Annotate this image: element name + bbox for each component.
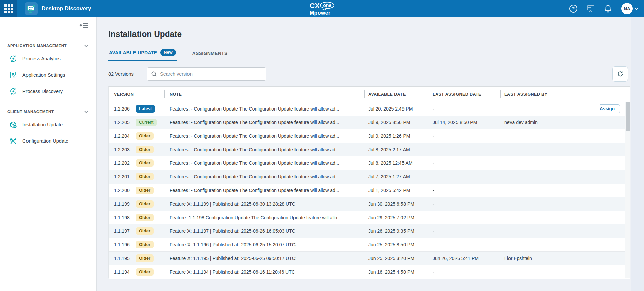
available-date: Jun 30, 2025 6:58 PM (364, 197, 429, 211)
sidebar: APPLICATION MANAGEMENT Process Analytics (0, 17, 97, 291)
configuration-update-icon (9, 137, 17, 145)
version-text: 1.1.197 (114, 228, 133, 234)
search-input[interactable] (160, 71, 262, 77)
version-text: 1.1.195 (114, 256, 133, 261)
version-status-badge: Older (136, 173, 154, 180)
refresh-button[interactable] (612, 66, 628, 82)
presentation-icon[interactable] (586, 4, 595, 13)
table-row[interactable]: 1.2.201 Older Features: - Configuration … (109, 170, 630, 184)
installation-update-icon (9, 121, 17, 129)
sidebar-item-label: Application Settings (22, 72, 65, 78)
sidebar-section-application-management[interactable]: APPLICATION MANAGEMENT (7, 44, 89, 48)
version-text: 1.1.196 (114, 242, 133, 247)
table-row[interactable]: 1.1.198 Older Feature: 1.1.198 Configura… (109, 211, 630, 225)
sidebar-item-installation-update[interactable]: Installation Update (7, 116, 89, 133)
avatar[interactable]: NA (621, 3, 633, 14)
note-text: Feature X: 1.1.194 | Published at: 2025-… (164, 265, 364, 279)
app-switcher-button[interactable] (0, 0, 17, 17)
last-assigned-date: - (429, 197, 500, 211)
table-row[interactable]: 1.2.202 Older Features: - Configuration … (109, 156, 630, 170)
version-status-badge: Older (136, 268, 154, 276)
top-bar: Desktop Discovery CX one Mpower ? (0, 0, 644, 17)
table-row[interactable]: 1.1.195 Older Feature X: 1.1.195 | Publi… (109, 252, 630, 266)
assign-button[interactable]: Assign (600, 104, 620, 113)
user-menu[interactable]: NA (621, 3, 638, 14)
last-assigned-date: - (429, 184, 500, 197)
last-assigned-by (500, 224, 600, 238)
table-row[interactable]: 1.1.196 Older Feature X: 1.1.196 | Publi… (109, 238, 630, 252)
refresh-icon (616, 70, 624, 78)
sidebar-item-application-settings[interactable]: Application Settings (7, 67, 89, 83)
last-assigned-by (500, 156, 600, 170)
version-status-badge: Older (136, 132, 154, 140)
last-assigned-by (500, 170, 600, 184)
last-assigned-date: - (429, 224, 500, 238)
notifications-bell-icon[interactable] (604, 4, 612, 13)
help-icon[interactable]: ? (569, 5, 577, 13)
tab-assignments[interactable]: ASSIGNMENTS (192, 51, 228, 61)
chevron-down-icon (84, 43, 88, 47)
last-assigned-by (500, 102, 600, 116)
table-row[interactable]: 1.2.204 Older Features: - Configuration … (109, 129, 630, 143)
versions-count: 82 Versions (108, 71, 141, 77)
available-date: Jul 20, 2025 2:49 PM (364, 102, 429, 116)
column-header-last-assigned-by: LAST ASSIGNED BY (500, 87, 600, 102)
column-header-actions (600, 87, 630, 102)
logo-one-bubble: one (320, 2, 334, 9)
sidebar-item-configuration-update[interactable]: Configuration Update (7, 133, 89, 149)
last-assigned-by: neva dev admin (500, 116, 600, 129)
note-text: Features: - Configuration Update The Con… (164, 184, 364, 197)
version-text: 1.2.204 (114, 133, 133, 139)
last-assigned-by (500, 197, 600, 211)
last-assigned-date: - (429, 143, 500, 156)
tab-available-update[interactable]: AVAILABLE UPDATE New (108, 49, 177, 61)
search-box[interactable] (147, 67, 266, 81)
sidebar-item-process-analytics[interactable]: Process Analytics (7, 50, 89, 67)
available-date: Jul 9, 2025 8:56 PM (364, 116, 429, 129)
note-text: Features: - Configuration Update The Con… (164, 156, 364, 170)
note-text: Feature X: 1.1.197 | Published at: 2025-… (164, 224, 364, 238)
table-row[interactable]: 1.2.206 Latest Features: - Configuration… (109, 102, 630, 116)
versions-table: VERSION NOTE AVAILABLE DATE LAST ASSIGNE… (108, 86, 630, 278)
table-row[interactable]: 1.2.200 Older Features: - Configuration … (109, 184, 630, 198)
section-label: APPLICATION MANAGEMENT (7, 44, 67, 48)
tab-label: ASSIGNMENTS (192, 51, 228, 56)
app-title: Desktop Discovery (42, 6, 91, 12)
last-assigned-by (500, 143, 600, 156)
sidebar-section-client-management[interactable]: CLIENT MANAGEMENT (7, 110, 89, 114)
page-title: Installation Update (108, 29, 182, 39)
version-text: 1.2.201 (114, 174, 133, 179)
column-header-available-date: AVAILABLE DATE (364, 87, 429, 102)
available-date: Jul 1, 2025 5:42 PM (364, 184, 429, 197)
last-assigned-by: Lior Epshtein (500, 252, 600, 265)
collapse-panel-icon[interactable] (79, 22, 88, 29)
last-assigned-date: - (429, 238, 500, 251)
available-date: Jun 29, 2025 7:02 PM (364, 211, 429, 224)
note-text: Features: - Configuration Update The Con… (164, 170, 364, 184)
available-date: Jul 7, 2025 1:27 AM (364, 170, 429, 184)
version-text: 1.2.200 (114, 188, 133, 193)
version-status-badge: Older (136, 241, 154, 248)
available-date: Jun 26, 2025 9:35 PM (364, 224, 429, 238)
note-text: Feature X: 1.1.196 | Published at: 2025-… (164, 238, 364, 251)
last-assigned-date: - (429, 265, 500, 279)
last-assigned-date: - (429, 129, 500, 143)
available-date: Jun 25, 2025 8:50 PM (364, 238, 429, 251)
last-assigned-by (500, 129, 600, 143)
note-text: Features: - Configuration Update The Con… (164, 143, 364, 156)
waffle-menu-icon (4, 4, 13, 13)
table-row[interactable]: 1.1.199 Older Feature X: 1.1.199 | Publi… (109, 197, 630, 211)
last-assigned-by (500, 184, 600, 197)
table-row[interactable]: 1.2.203 Older Features: - Configuration … (109, 143, 630, 157)
version-status-badge: Older (136, 254, 154, 262)
scrollbar-thumb[interactable] (626, 102, 630, 131)
available-date: Jul 8, 2025 12:45 AM (364, 156, 429, 170)
note-text: Features: - Configuration Update The Con… (164, 102, 364, 116)
search-icon (151, 71, 157, 77)
table-row[interactable]: 1.1.197 Older Feature X: 1.1.197 | Publi… (109, 224, 630, 238)
table-row[interactable]: 1.1.194 Older Feature X: 1.1.194 | Publi… (109, 265, 630, 279)
available-date: Jun 25, 2025 3:20 PM (364, 252, 429, 265)
table-row[interactable]: 1.2.205 Current Features: - Configuratio… (109, 116, 630, 130)
table-body: 1.2.206 Latest Features: - Configuration… (109, 102, 630, 279)
sidebar-item-process-discovery[interactable]: Process Discovery (7, 83, 89, 99)
